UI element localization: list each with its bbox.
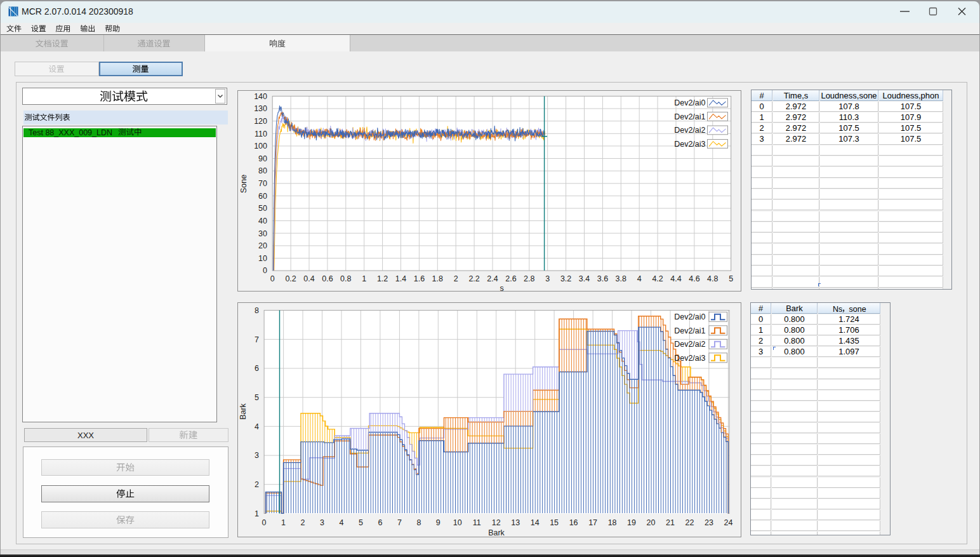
svg-text:10: 10	[453, 518, 462, 527]
svg-text:0.4: 0.4	[303, 274, 314, 283]
svg-text:2: 2	[255, 480, 259, 489]
svg-text:90: 90	[258, 154, 267, 163]
svg-text:23: 23	[705, 518, 713, 527]
svg-text:Sone: Sone	[239, 175, 248, 193]
svg-text:Bark: Bark	[239, 403, 248, 419]
svg-text:2: 2	[301, 518, 305, 527]
svg-text:4.4: 4.4	[670, 274, 681, 283]
svg-text:12: 12	[492, 518, 501, 527]
svg-text:Dev2/ai1: Dev2/ai1	[674, 112, 705, 121]
svg-text:Bark: Bark	[488, 528, 505, 537]
svg-text:30: 30	[258, 229, 267, 238]
svg-text:Dev2/ai2: Dev2/ai2	[674, 126, 705, 135]
svg-text:110: 110	[255, 130, 267, 138]
svg-text:140: 140	[254, 92, 267, 101]
svg-text:120: 120	[254, 117, 267, 126]
svg-text:1: 1	[255, 509, 259, 518]
svg-text:Dev2/ai2: Dev2/ai2	[674, 340, 705, 349]
svg-text:20: 20	[258, 241, 267, 250]
svg-text:7: 7	[255, 335, 259, 344]
svg-text:0.2: 0.2	[285, 274, 296, 283]
svg-text:1.2: 1.2	[377, 274, 388, 283]
svg-text:6: 6	[255, 364, 259, 373]
svg-text:6: 6	[378, 518, 382, 527]
svg-text:22: 22	[685, 518, 694, 527]
svg-text:0.6: 0.6	[322, 274, 333, 283]
svg-text:2.4: 2.4	[487, 274, 498, 283]
svg-text:14: 14	[531, 518, 540, 527]
svg-text:50: 50	[258, 204, 267, 213]
svg-text:7: 7	[397, 518, 402, 527]
svg-text:1: 1	[281, 518, 286, 527]
svg-text:16: 16	[569, 518, 578, 527]
svg-text:3.2: 3.2	[560, 274, 571, 283]
svg-text:s: s	[500, 284, 503, 292]
svg-text:3: 3	[545, 274, 550, 283]
svg-text:2.6: 2.6	[505, 274, 516, 283]
svg-text:2.8: 2.8	[524, 274, 534, 283]
svg-text:13: 13	[511, 518, 520, 527]
svg-text:5: 5	[359, 518, 363, 527]
svg-text:24: 24	[724, 518, 732, 527]
svg-text:8: 8	[255, 306, 259, 315]
svg-text:4: 4	[637, 274, 642, 283]
svg-text:Dev2/ai0: Dev2/ai0	[674, 98, 705, 107]
svg-text:4.8: 4.8	[707, 274, 718, 283]
svg-text:0: 0	[262, 518, 267, 527]
svg-text:Dev2/ai3: Dev2/ai3	[674, 354, 705, 363]
svg-text:0.8: 0.8	[340, 274, 351, 283]
svg-text:70: 70	[258, 179, 267, 188]
svg-text:4.6: 4.6	[689, 274, 699, 283]
svg-text:1.8: 1.8	[432, 274, 443, 283]
svg-text:3.4: 3.4	[579, 274, 590, 283]
svg-text:19: 19	[627, 518, 636, 527]
svg-text:20: 20	[647, 518, 656, 527]
svg-text:0: 0	[263, 266, 267, 275]
svg-text:1.4: 1.4	[395, 274, 406, 283]
svg-text:5: 5	[255, 393, 259, 402]
svg-text:80: 80	[258, 166, 267, 175]
svg-text:60: 60	[258, 192, 267, 201]
svg-text:3.8: 3.8	[616, 274, 626, 283]
svg-text:130: 130	[254, 104, 267, 113]
svg-text:18: 18	[608, 518, 617, 527]
svg-text:4: 4	[340, 518, 344, 527]
svg-text:3: 3	[255, 451, 259, 460]
svg-text:2.2: 2.2	[468, 274, 479, 283]
svg-text:4: 4	[255, 422, 259, 431]
svg-text:3: 3	[320, 518, 324, 527]
svg-text:1.6: 1.6	[414, 274, 425, 283]
svg-text:Dev2/ai0: Dev2/ai0	[674, 312, 705, 321]
svg-text:17: 17	[588, 518, 597, 527]
svg-text:21: 21	[666, 518, 675, 527]
svg-text:4.2: 4.2	[652, 274, 663, 283]
svg-text:5: 5	[729, 274, 733, 283]
svg-text:2: 2	[454, 274, 458, 283]
svg-text:Dev2/ai1: Dev2/ai1	[674, 326, 705, 335]
svg-text:0: 0	[270, 274, 275, 283]
svg-text:Dev2/ai3: Dev2/ai3	[674, 140, 705, 149]
svg-text:3.6: 3.6	[597, 274, 608, 283]
svg-text:11: 11	[473, 518, 481, 527]
svg-text:100: 100	[254, 142, 267, 151]
svg-text:1: 1	[362, 274, 366, 283]
svg-text:9: 9	[436, 518, 440, 527]
svg-text:10: 10	[258, 254, 267, 263]
svg-text:40: 40	[258, 217, 267, 225]
svg-text:15: 15	[550, 518, 559, 527]
svg-text:8: 8	[416, 518, 421, 527]
